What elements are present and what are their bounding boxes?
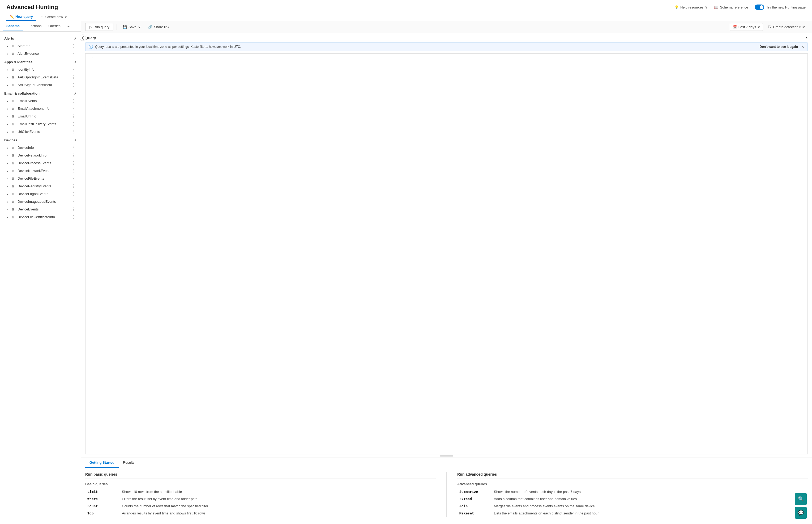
share-link-button[interactable]: 🔗 Share link [146,23,172,31]
shield-icon: 🛡 [768,25,772,29]
table-icon: ⊞ [11,67,15,72]
basic-query-row[interactable]: CountCounts the number of rows that matc… [85,503,436,510]
item-more-icon[interactable]: ⋮ [70,98,77,103]
query-toolbar-left: ▷ Run query 💾 Save ∨ 🔗 Share link [85,23,172,31]
item-more-icon[interactable]: ⋮ [70,67,77,72]
tab-queries[interactable]: Queries [45,21,64,31]
schema-item-deviceregistryevents[interactable]: ∨ ⊞ DeviceRegistryEvents ⋮ [0,182,81,190]
schema-item-alertinfo[interactable]: ∨ ⊞ AlertInfo ⋮ [0,42,81,50]
calendar-icon: 📅 [733,25,737,29]
item-more-icon[interactable]: ⋮ [70,176,77,181]
schema-item-emailurlinfo[interactable]: ∨ ⊞ EmailUrlInfo ⋮ [0,112,81,120]
table-icon: ⊞ [11,99,15,103]
feedback-icon-button[interactable]: 💬 [795,507,807,519]
tab-functions[interactable]: Functions [23,21,45,31]
item-more-icon[interactable]: ⋮ [70,184,77,189]
advanced-queries-table: SummarizeShows the number of events each… [457,488,808,517]
item-more-icon[interactable]: ⋮ [70,129,77,134]
section-email-collab[interactable]: Email & collaboration ∧ [0,89,81,97]
help-resources-button[interactable]: 💡 Help resources ∨ [674,5,708,9]
expand-icon: ∨ [6,115,9,118]
section-alerts[interactable]: Alerts ∧ [0,34,81,42]
schema-item-identityinfo[interactable]: ∨ ⊞ IdentityInfo ⋮ [0,66,81,73]
schema-item-emailpostdelivery[interactable]: ∨ ⊞ EmailPostDeliveryEvents ⋮ [0,120,81,128]
item-more-icon[interactable]: ⋮ [70,75,77,80]
basic-queries-column: Run basic queries Basic queries LimitSho… [85,472,446,517]
schema-tabs: Schema Functions Queries ⋯ [0,21,81,32]
schema-item-alertevidence[interactable]: ∨ ⊞ AlertEvidence ⋮ [0,50,81,58]
item-more-icon[interactable]: ⋮ [70,168,77,173]
query-editor[interactable]: 1 [85,53,808,454]
schema-item-emailevents[interactable]: ∨ ⊞ EmailEvents ⋮ [0,97,81,105]
tab-schema[interactable]: Schema [3,21,23,31]
schema-item-aadfignsigninevents[interactable]: ∨ ⊞ AADSignInEventsBeta ⋮ [0,81,81,89]
query-cmd: Where [85,495,120,503]
schema-item-aadspnsignin[interactable]: ∨ ⊞ AADSpnSignInEventsBeta ⋮ [0,73,81,81]
item-more-icon[interactable]: ⋮ [70,114,77,119]
chevron-down-icon: ∨ [65,15,67,19]
schema-reference-button[interactable]: 📖 Schema reference [714,5,748,9]
item-more-icon[interactable]: ⋮ [70,43,77,48]
query-section: Query ∧ i Query results are presented in… [81,33,812,458]
expand-icon: ∨ [6,215,9,219]
resize-handle[interactable] [440,456,453,457]
advanced-query-row[interactable]: ExtendAdds a column that combines user a… [457,495,808,503]
create-detection-rule-button[interactable]: 🛡 Create detection rule [765,23,808,31]
table-icon: ⊞ [11,199,15,204]
expand-icon: ∨ [6,83,9,87]
item-more-icon[interactable]: ⋮ [70,153,77,158]
table-icon: ⊞ [11,107,15,111]
new-query-button[interactable]: ✏️ New query [6,13,36,21]
item-more-icon[interactable]: ⋮ [70,161,77,166]
basic-query-row[interactable]: WhereFilters the result set by event tim… [85,495,436,503]
schema-item-devicefileevents[interactable]: ∨ ⊞ DeviceFileEvents ⋮ [0,175,81,182]
query-editor-content[interactable] [96,54,808,454]
schema-item-deviceinfo[interactable]: ∨ ⊞ DeviceInfo ⋮ [0,144,81,151]
advanced-query-row[interactable]: SummarizeShows the number of events each… [457,488,808,495]
banner-close-button[interactable]: ✕ [801,45,804,49]
item-more-icon[interactable]: ⋮ [70,199,77,204]
schema-item-deviceimageloadevents[interactable]: ∨ ⊞ DeviceImageLoadEvents ⋮ [0,198,81,206]
run-query-button[interactable]: ▷ Run query [85,23,113,31]
expand-icon: ∨ [6,52,9,55]
sidebar-toggle-button[interactable]: ❮ [80,35,86,41]
schema-item-devicefilecertinfo[interactable]: ∨ ⊞ DeviceFileCertificateInfo ⋮ [0,213,81,221]
collapse-query-icon[interactable]: ∧ [805,36,808,40]
schema-item-urlclickevents[interactable]: ∨ ⊞ UrlClickEvents ⋮ [0,128,81,135]
item-more-icon[interactable]: ⋮ [70,214,77,219]
item-more-icon[interactable]: ⋮ [70,207,77,212]
section-devices[interactable]: Devices ∧ [0,135,81,144]
info-icon: i [89,45,93,49]
table-icon: ⊞ [11,169,15,173]
chat-icon-button[interactable]: 🔍 [795,493,807,505]
advanced-query-row[interactable]: JoinMerges file events and process event… [457,503,808,510]
item-more-icon[interactable]: ⋮ [70,106,77,111]
schema-item-devicenetworkinfo[interactable]: ∨ ⊞ DeviceNetworkInfo ⋮ [0,151,81,159]
schema-item-deviceevents[interactable]: ∨ ⊞ DeviceEvents ⋮ [0,206,81,213]
item-more-icon[interactable]: ⋮ [70,121,77,127]
schema-item-deviceprocessevents[interactable]: ∨ ⊞ DeviceProcessEvents ⋮ [0,159,81,167]
tab-getting-started[interactable]: Getting Started [85,458,119,468]
save-button[interactable]: 💾 Save ∨ [120,23,143,31]
time-range-button[interactable]: 📅 Last 7 days ∨ [730,23,763,31]
item-more-icon[interactable]: ⋮ [70,51,77,56]
expand-icon: ∨ [6,184,9,188]
tab-results[interactable]: Results [119,458,139,468]
try-new-hunting-toggle[interactable]: Try the new Hunting page [755,4,806,10]
dont-show-again-link[interactable]: Don't want to see it again [760,45,798,49]
results-section: Getting Started Results Run basic querie… [81,458,812,521]
section-apps-identities[interactable]: Apps & identities ∧ [0,58,81,66]
basic-query-row[interactable]: TopArranges results by event time and sh… [85,510,436,517]
edit-icon: ✏️ [10,15,14,19]
item-more-icon[interactable]: ⋮ [70,82,77,87]
advanced-query-row[interactable]: MakesetLists the emails attachments on e… [457,510,808,517]
basic-query-row[interactable]: LimitShows 10 rows from the specified ta… [85,488,436,495]
more-tabs-button[interactable]: ⋯ [64,21,73,31]
item-more-icon[interactable]: ⋮ [70,191,77,196]
item-more-icon[interactable]: ⋮ [70,145,77,150]
create-new-button[interactable]: ＋ Create new ∨ [37,13,70,21]
schema-item-devicenetworkevents[interactable]: ∨ ⊞ DeviceNetworkEvents ⋮ [0,167,81,175]
schema-item-emailattachmentinfo[interactable]: ∨ ⊞ EmailAttachmentInfo ⋮ [0,105,81,112]
toggle-switch[interactable] [755,4,764,10]
schema-item-devicelogonevents[interactable]: ∨ ⊞ DeviceLogonEvents ⋮ [0,190,81,198]
